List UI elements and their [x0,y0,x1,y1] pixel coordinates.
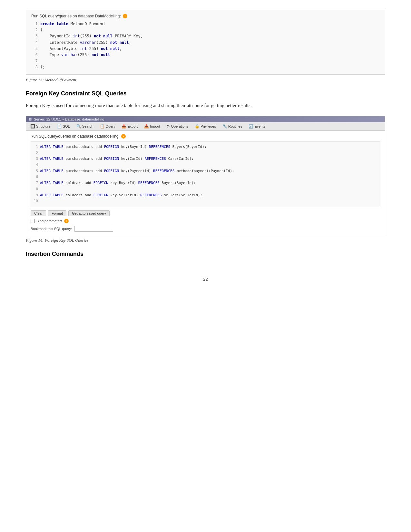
privileges-icon: 🔒 [195,124,200,129]
pma-sql-line-3: 3 ALTER TABLE purchasedcars add FOREIGN … [34,156,377,162]
pma-query-header: Run SQL query/queries on database datamo… [31,134,380,139]
pma-sql-line-9: 9 ALTER TABLE soldcars add FOREIGN key(S… [34,192,377,198]
operations-icon: ⚙ [166,124,170,129]
sql-line-8: 8 ); [34,64,380,70]
autosave-button[interactable]: Get auto-saved query [68,210,110,216]
tab-privileges[interactable]: 🔒 Privileges [192,123,219,130]
export-icon: 📤 [122,124,126,129]
sql-line-6: 6 Type varchar(255) not null [34,52,380,58]
pma-window-fig14: 🖥 Server: 127.0.0.1 » Database: datamode… [26,116,385,235]
sql-header-fig13: Run SQL query/queries on database DataMo… [31,14,380,18]
page-number: 22 [26,277,385,282]
pma-titlebar: 🖥 Server: 127.0.0.1 » Database: datamode… [26,116,385,122]
tab-privileges-label: Privileges [201,124,216,128]
figure-14-caption: Figure 14: Foreign Key SQL Queries [26,238,385,243]
structure-icon: 🔲 [30,124,35,129]
tab-sql[interactable]: 📄 SQL [54,123,73,130]
tab-events[interactable]: 🔄 Events [246,123,268,130]
section-foreign-key-heading: Foreign Key Constraint SQL Queries [26,90,385,97]
tab-export-label: Export [127,124,138,128]
sql-line-4: 4 InterestRate varchar(255) not null, [34,40,380,46]
bookmark-label: Bookmark this SQL query: [31,227,72,231]
tab-routines[interactable]: 🔧 Routines [220,123,245,130]
pma-sql-line-7: 7 ALTER TABLE soldcars add FOREIGN key(B… [34,180,377,186]
pma-titlebar-text: Server: 127.0.0.1 » Database: datamodell… [34,117,104,121]
sql-line-1: 1 create table MethodOfPayment [34,21,380,27]
sql-header-text-fig13: Run SQL query/queries on database DataMo… [31,14,121,18]
pma-nav: 🔲 Structure 📄 SQL 🔍 Search 📋 Query 📤 Exp… [26,122,385,131]
pma-sql-editor[interactable]: 1 ALTER TABLE purchasedcars add FOREIGN … [31,141,380,207]
sql-lines-fig13: 1 create table MethodOfPayment 2 ( 3 Pay… [31,21,380,71]
query-icon: 📋 [100,124,105,129]
tab-search[interactable]: 🔍 Search [73,123,96,130]
tab-query-label: Query [106,124,115,128]
format-button[interactable]: Format [48,210,66,216]
bind-params-info-icon: i [64,219,69,223]
pma-sql-line-4: 4 [34,162,377,168]
bookmark-row: Bookmark this SQL query: [31,226,380,232]
tab-export[interactable]: 📤 Export [119,123,141,130]
bookmark-input[interactable] [74,226,113,232]
pma-sql-line-1: 1 ALTER TABLE purchasedcars add FOREIGN … [34,144,377,150]
routines-icon: 🔧 [222,124,227,129]
bind-params-label: Bind parameters [36,219,63,223]
info-icon-pma: i [121,134,126,139]
tab-sql-label: SQL [63,124,70,128]
sql-line-7: 7 [34,58,380,64]
bind-params-checkbox[interactable] [31,219,35,223]
clear-button[interactable]: Clear [31,210,46,216]
pma-query-header-text: Run SQL query/queries on database datamo… [31,134,120,139]
tab-import-label: Import [150,124,160,128]
sql-icon: 📄 [57,124,62,129]
tab-structure-label: Structure [36,124,51,128]
info-icon-fig13: i [123,14,127,18]
tab-operations[interactable]: ⚙ Operations [163,123,191,130]
tab-import[interactable]: 📥 Import [141,123,163,130]
tab-routines-label: Routines [228,124,242,128]
pma-body: Run SQL query/queries on database datamo… [26,131,385,235]
search-icon: 🔍 [76,124,81,129]
import-icon: 📥 [144,124,149,129]
pma-titlebar-icon: 🖥 [29,118,32,121]
pma-sql-line-10: 10 [34,198,377,204]
tab-operations-label: Operations [171,124,188,128]
sql-line-3: 3 PaymentId int(255) not null PRIMARY Ke… [34,33,380,39]
pma-sql-line-6: 6 [34,174,377,180]
events-icon: 🔄 [249,124,253,129]
tab-events-label: Events [254,124,265,128]
section-foreign-key-para: Foreign Key is used for connecting more … [26,102,385,110]
section-insertion-heading: Insertion Commands [26,251,385,257]
tab-structure[interactable]: 🔲 Structure [27,123,54,130]
sql-line-2: 2 ( [34,27,380,33]
pma-sql-line-2: 2 [34,150,377,156]
figure-13-caption: Figure 13: MethodOfPayment [26,77,385,82]
pma-button-row: Clear Format Get auto-saved query [31,210,380,216]
tab-query[interactable]: 📋 Query [97,123,118,130]
pma-sql-line-8: 8 [34,186,377,192]
tab-search-label: Search [82,124,93,128]
figure-13-box: Run SQL query/queries on database DataMo… [26,10,385,75]
sql-line-5: 5 AmountPayble int(255) not null, [34,46,380,52]
pma-sql-line-5: 5 ALTER TABLE purchasedcars add FOREIGN … [34,168,377,174]
bind-params-row: Bind parameters i [31,219,380,223]
